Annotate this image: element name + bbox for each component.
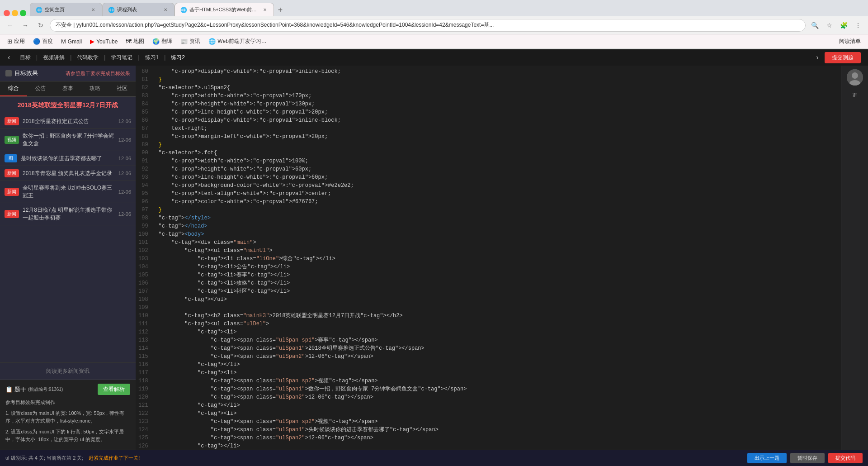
item-title-3: 2018常青彩星 颁奖典礼表选手金记录 — [23, 170, 115, 177]
lesson-nav-code[interactable]: 代码教学 — [73, 52, 102, 63]
code-content[interactable]: "c-prop">display"c-white">:"c-propval">i… — [153, 66, 841, 450]
list-item[interactable]: 新闻 2018全明星赛推定正式公告 12-06 — [0, 114, 136, 129]
new-tab-button[interactable]: + — [274, 4, 287, 16]
bookmark-gmail-label: Gmail — [68, 38, 82, 45]
item-title-1: 数你一招：野区食肉专家 7分钟学会鳄鱼文盒 — [23, 132, 115, 147]
content-list: 新闻 2018全明星赛推定正式公告 12-06 视频 数你一招：野区食肉专家 7… — [0, 114, 136, 362]
menu-icon-btn[interactable]: ⋮ — [852, 19, 864, 32]
problem-id: (挑战编号:91361) — [28, 386, 63, 393]
tab-3-title: 基于HTML5+CSS3的Web前端… — [189, 6, 259, 13]
submit-test-btn[interactable]: 提交测题 — [825, 52, 861, 63]
lesson-nav-video[interactable]: 视频讲解 — [39, 52, 68, 63]
close-button[interactable] — [4, 10, 10, 16]
forward-button[interactable]: → — [19, 19, 32, 32]
problem-step-2: 2. 设置class为 mainUI 下的 li 行高: 50px，文字水平居中… — [5, 428, 130, 444]
lesson-nav-prev[interactable]: ‹ — [4, 52, 14, 63]
left-tabs: 综合 公告 赛事 攻略 社区 — [0, 81, 136, 97]
submit-code-btn[interactable]: 提交代码 — [828, 453, 863, 463]
prev-question-btn[interactable]: 出示上一题 — [747, 453, 787, 463]
code-editor[interactable]: 8081828384858687888990919293949596979899… — [136, 66, 841, 450]
bookmark-youtube[interactable]: ▶ YouTube — [86, 37, 121, 46]
bookmark-translate-label: 翻译 — [161, 38, 172, 45]
minimize-button[interactable] — [12, 10, 18, 16]
bookmark-gmail[interactable]: M Gmail — [57, 37, 85, 46]
tab-2-title: 课程列表 — [117, 6, 160, 13]
maximize-button[interactable] — [20, 10, 26, 16]
list-item[interactable]: 新闻 全明星赛即将到来 Uzi冲击SOLO赛三冠王 12-06 — [0, 181, 136, 203]
analysis-button[interactable]: 查看解析 — [98, 384, 130, 395]
tab-1-close[interactable]: ✕ — [90, 7, 96, 13]
target-title-text: 目标效果 — [14, 69, 38, 77]
tag-video-1: 视频 — [5, 136, 19, 144]
reload-button[interactable]: ↻ — [34, 19, 47, 32]
star-icon-btn[interactable]: ☆ — [823, 19, 835, 32]
read-more[interactable]: 阅读更多新闻资讯 — [0, 362, 136, 380]
tag-news-3: 新闻 — [5, 169, 19, 177]
youtube-icon: ▶ — [90, 38, 94, 45]
item-date-2: 12-06 — [118, 156, 131, 161]
baidu-icon: 🔵 — [33, 38, 40, 45]
target-checkbox[interactable] — [5, 70, 12, 76]
bookmark-translate[interactable]: 🌍 翻译 — [149, 36, 176, 47]
main-content: 目标效果 请参照题干要求完成目标效果 综合 公告 赛事 攻略 社区 2018英雄… — [0, 66, 868, 450]
lesson-nav-ex2-label: 练习2 — [171, 54, 185, 62]
item-date-3: 12-06 — [118, 171, 131, 176]
lesson-nav-ex2[interactable]: 练习2 — [167, 52, 189, 63]
lesson-nav-next[interactable]: › — [812, 52, 823, 63]
tab-announce[interactable]: 公告 — [27, 81, 54, 96]
problem-content: 参考目标效果完成制作 1. 设置class为 mainUI 的宽: 100%，宽… — [5, 399, 130, 444]
tab-3[interactable]: 🌐 基于HTML5+CSS3的Web前端… ✕ — [175, 3, 274, 16]
address-input[interactable] — [50, 19, 806, 32]
lesson-nav-ex1[interactable]: 练习1 — [142, 52, 163, 63]
lesson-nav-code-label: 代码教学 — [77, 54, 99, 62]
tab-1-favicon: 🌐 — [36, 7, 42, 13]
back-button[interactable]: ← — [4, 19, 16, 32]
bookmark-news-label: 资讯 — [189, 38, 200, 45]
lesson-nav-video-label: 视频讲解 — [43, 54, 65, 62]
status-highlight: 赶紧完成作业了下一关! — [89, 455, 140, 461]
translate-icon: 🌍 — [152, 38, 160, 45]
list-item[interactable]: 图 是时候谈谈你的进击季赛都去哪了 12-06 — [0, 151, 136, 166]
search-icon-btn[interactable]: 🔍 — [808, 19, 821, 32]
list-item[interactable]: 视频 数你一招：野区食肉专家 7分钟学会鳄鱼文盒 12-06 — [0, 129, 136, 151]
item-date-1: 12-06 — [118, 137, 131, 143]
lesson-nav: ‹ 目标 | 视频讲解 | 代码教学 | 学习笔记 | 练习1 | 练习2 › … — [0, 49, 868, 66]
reader-mode[interactable]: 阅读清单 — [835, 36, 864, 47]
tab-3-close[interactable]: ✕ — [262, 7, 268, 13]
bottom-actions: 出示上一题 暂时保存 提交代码 — [747, 453, 863, 463]
lesson-nav-notes-label: 学习笔记 — [111, 54, 132, 62]
tab-2-close[interactable]: ✕ — [162, 7, 169, 13]
tab-2[interactable]: 🌐 课程列表 ✕ — [102, 3, 175, 16]
tab-1[interactable]: 🌐 空间主页 ✕ — [30, 3, 102, 16]
extension-icon-btn[interactable]: 🧩 — [837, 19, 850, 32]
bookmark-webdev[interactable]: 🌐 Web前端开发学习… — [205, 36, 270, 47]
lesson-nav-notes[interactable]: 学习笔记 — [107, 52, 136, 63]
tab-community[interactable]: 社区 — [108, 81, 136, 96]
tabs-bar: 🌐 空间主页 ✕ 🌐 课程列表 ✕ 🌐 基于HTML5+CSS3的Web前端… … — [0, 0, 868, 16]
target-title: 目标效果 — [5, 69, 38, 77]
list-item[interactable]: 新闻 12月8日晚7点 明星解说主播选手带你一起迎击季初赛 12-06 — [0, 203, 136, 225]
bookmark-baidu[interactable]: 🔵 百度 — [29, 36, 57, 47]
bookmark-apps[interactable]: ⊞ 应用 — [4, 36, 28, 47]
item-date-5: 12-06 — [118, 211, 131, 217]
tag-news-5: 新闻 — [5, 210, 19, 218]
problem-description: 参考目标效果完成制作 — [5, 399, 130, 407]
tab-strategy[interactable]: 攻略 — [81, 81, 108, 96]
bookmark-maps[interactable]: 🗺 地图 — [122, 36, 148, 47]
address-bar: ← → ↻ 🔍 ☆ 🧩 ⋮ — [0, 16, 868, 34]
lesson-nav-target[interactable]: 目标 — [16, 52, 34, 63]
tag-news-0: 新闻 — [5, 117, 19, 125]
left-panel: 目标效果 请参照题干要求完成目标效果 综合 公告 赛事 攻略 社区 2018英雄… — [0, 66, 136, 450]
tab-tournament[interactable]: 赛事 — [54, 81, 81, 96]
list-item[interactable]: 新闻 2018常青彩星 颁奖典礼表选手金记录 12-06 — [0, 166, 136, 181]
tab-2-favicon: 🌐 — [108, 7, 114, 13]
lesson-nav-target-label: 目标 — [20, 54, 31, 62]
bookmark-news[interactable]: 📰 资讯 — [177, 36, 204, 47]
tab-comprehensive[interactable]: 综合 — [0, 81, 27, 96]
webdev-icon: 🌐 — [208, 38, 216, 45]
save-btn[interactable]: 暂时保存 — [790, 453, 825, 463]
content-heading: 2018英雄联盟全明星赛12月7日开战 — [0, 97, 136, 114]
problem-icon: 📋 — [5, 386, 13, 393]
target-link[interactable]: 请参照题干要求完成目标效果 — [66, 70, 130, 77]
status-text: ul 级别示: 共 4 关; 当前所在第 2 关; — [5, 455, 83, 461]
